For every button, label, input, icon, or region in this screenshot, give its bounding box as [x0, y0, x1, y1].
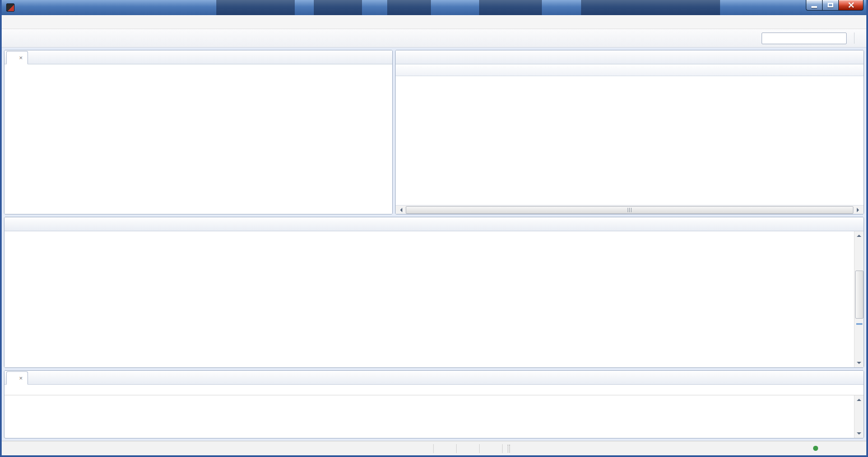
- overview-annotation-mark: [856, 323, 862, 325]
- console-main: [4, 395, 864, 438]
- console-output[interactable]: [4, 392, 854, 438]
- tab-debug[interactable]: [6, 51, 28, 64]
- scroll-grip: [629, 208, 630, 212]
- editor-body: [4, 231, 864, 367]
- close-icon: [848, 2, 855, 8]
- vscroll-track[interactable]: [855, 240, 864, 359]
- menubar: [2, 15, 866, 29]
- minimize-icon: [811, 6, 817, 8]
- expressions-rows: [396, 76, 864, 205]
- editor-view: [4, 217, 864, 368]
- statusbar-separator: [433, 444, 434, 453]
- scroll-grip: [631, 208, 632, 212]
- expressions-tabbar-row: [396, 50, 864, 64]
- expressions-header: [396, 64, 864, 76]
- vscroll-track[interactable]: [855, 404, 864, 430]
- scroll-down-icon[interactable]: [855, 430, 864, 438]
- titlebar-artifact: [216, 0, 295, 15]
- debug-view: [4, 50, 393, 214]
- expressions-table: [396, 64, 864, 214]
- editor-vscrollbar[interactable]: [854, 231, 864, 367]
- scroll-up-icon[interactable]: [855, 395, 864, 404]
- statusbar-separator: [479, 444, 480, 453]
- main-toolbar: [2, 29, 866, 48]
- editor-tabbar-row: [4, 217, 864, 231]
- scroll-grip: [628, 208, 628, 212]
- scroll-left-icon[interactable]: [396, 206, 405, 214]
- tab-console[interactable]: [6, 371, 28, 385]
- statusbar: [2, 441, 866, 455]
- expressions-view: [395, 50, 864, 214]
- statusbar-separator: [456, 444, 457, 453]
- close-window-button[interactable]: [838, 0, 864, 11]
- titlebar[interactable]: [2, 0, 866, 15]
- hscroll-thumb[interactable]: [406, 206, 853, 214]
- titlebar-artifact: [314, 0, 362, 15]
- upper-panels: [4, 50, 864, 214]
- minimize-window-button[interactable]: [806, 0, 822, 11]
- close-tab-icon[interactable]: [19, 55, 22, 61]
- app-icon: [6, 3, 15, 12]
- scroll-right-icon[interactable]: [855, 206, 864, 214]
- maximize-window-button[interactable]: [822, 0, 838, 11]
- toolbar-right: [762, 32, 862, 44]
- statusbar-separator: [502, 444, 503, 453]
- statusbar-right: [813, 446, 866, 451]
- close-tab-icon[interactable]: [19, 375, 22, 381]
- debug-view-tabbar: [4, 50, 392, 64]
- console-view: [4, 370, 864, 439]
- console-vscrollbar[interactable]: [854, 395, 864, 438]
- expressions-hscrollbar[interactable]: [396, 205, 864, 214]
- titlebar-artifact: [387, 0, 431, 15]
- titlebar-artifact: [581, 0, 720, 15]
- scroll-up-icon[interactable]: [855, 231, 864, 240]
- window-controls: [806, 0, 864, 11]
- app-window: [0, 0, 868, 457]
- statusbar-grip: [508, 445, 510, 453]
- titlebar-artifact: [479, 0, 542, 15]
- code-area[interactable]: [4, 231, 854, 367]
- hscroll-track[interactable]: [405, 206, 855, 214]
- license-icon: [813, 446, 818, 451]
- toolbar-separator: [854, 32, 855, 44]
- workspace: [2, 48, 866, 441]
- vscroll-thumb[interactable]: [855, 271, 864, 318]
- quick-access-input[interactable]: [762, 32, 847, 44]
- maximize-icon: [828, 3, 833, 7]
- console-tabbar: [4, 371, 864, 385]
- scroll-down-icon[interactable]: [855, 359, 864, 367]
- debug-tree: [4, 64, 392, 214]
